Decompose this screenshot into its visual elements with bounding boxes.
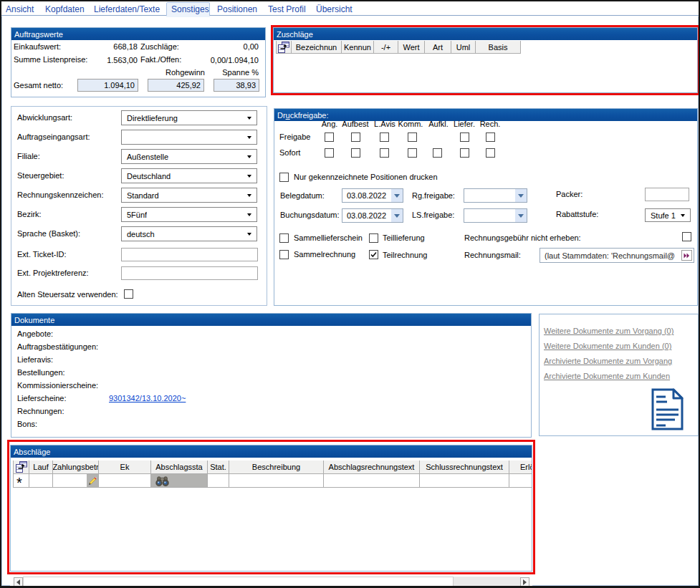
- rg-freigabe-dropdown-button[interactable]: [515, 189, 527, 202]
- rechnungsmail-expand-button[interactable]: [681, 250, 692, 261]
- abschlaege-col-zahlungsbetrag[interactable]: Zahlungsbetr: [53, 461, 99, 474]
- abschlaege-col-abschlagsrechnungstext[interactable]: Abschlagsrechnungstext: [324, 461, 420, 474]
- abschlaege-col-ek[interactable]: Ek: [99, 461, 151, 474]
- scroll-right-button[interactable]: [520, 577, 529, 587]
- abschlaege-cell-zahlungsbetrag[interactable]: [53, 474, 99, 488]
- dokumente-panel: Dokumente Angebote: Auftragsbestätigunge…: [11, 313, 532, 438]
- freigabe-liefer-checkbox[interactable]: [460, 132, 469, 142]
- teillieferung-checkbox[interactable]: [369, 233, 378, 243]
- abschlaege-col-abschlagsstatus[interactable]: Abschlagssta: [151, 461, 208, 474]
- archivierte-dokumente-vorgang-link[interactable]: Archivierte Dokumente zum Vorgang: [544, 357, 672, 365]
- abschlaege-col-stat[interactable]: Stat.: [208, 461, 229, 474]
- abschlaege-new-row-header[interactable]: *: [13, 474, 29, 488]
- packer-input[interactable]: [645, 188, 689, 201]
- edit-cell-button[interactable]: [87, 474, 98, 487]
- weitere-dokumente-vorgang-link[interactable]: Weitere Dokumente zum Vorgang (0): [544, 327, 673, 335]
- auftragseingangsart-combo[interactable]: [121, 130, 257, 145]
- freigabe-aufbest-checkbox[interactable]: [351, 132, 360, 142]
- rechnungsgebuehr-checkbox[interactable]: [682, 232, 691, 241]
- freigabe-lavis-checkbox[interactable]: [380, 132, 389, 142]
- zuschlaege-col-minusplus[interactable]: -/+: [374, 41, 398, 54]
- abschlaege-cell-abschlagsstatus[interactable]: [151, 474, 208, 488]
- zuschlaege-col-bezeichnung[interactable]: Bezeichnun: [292, 41, 342, 54]
- zuschlaege-panel-header: Zuschläge: [274, 28, 697, 40]
- gesamt-netto-value: 1.094,10: [104, 81, 135, 90]
- freigabe-komm-checkbox[interactable]: [408, 132, 417, 142]
- sammellieferschein-checkbox[interactable]: [279, 233, 289, 243]
- rechnungsmail-label: Rechnungsmail:: [464, 251, 521, 259]
- zuschlaege-col-basis[interactable]: Basis: [476, 41, 521, 54]
- lieferschein-link[interactable]: 9301342/13.10.2020~: [109, 394, 186, 403]
- belegdatum-combo[interactable]: 03.08.2022: [342, 188, 403, 203]
- filiale-combo[interactable]: Außenstelle: [121, 149, 257, 164]
- sofort-ang-checkbox[interactable]: [325, 148, 334, 158]
- buchungsdatum-combo[interactable]: 03.08.2022: [342, 208, 403, 223]
- tab-bar: Ansicht Kopfdaten Lieferdaten/Texte Sons…: [1, 1, 699, 16]
- tab-sonstiges[interactable]: Sonstiges: [171, 4, 209, 15]
- bezirk-combo[interactable]: 5Fünf: [121, 207, 257, 222]
- zuschlaege-col-wert[interactable]: Wert: [398, 41, 425, 54]
- sofort-aufbest-checkbox[interactable]: [351, 148, 360, 158]
- archivierte-dokumente-kunden-link[interactable]: Archivierte Dokumente zum Kunden: [544, 372, 670, 380]
- zuschlaege-col-uml[interactable]: Uml: [451, 41, 476, 54]
- sofort-row-label: Sofort: [279, 148, 300, 157]
- abwicklungsart-combo[interactable]: Direktlieferung: [121, 110, 257, 125]
- tab-test-profil[interactable]: Test Profil: [268, 4, 306, 15]
- zuschlaege-col-kennung[interactable]: Kennun: [342, 41, 374, 54]
- sofort-rech-checkbox[interactable]: [486, 148, 495, 158]
- scrollbar-track[interactable]: [454, 577, 520, 587]
- rg-freigabe-combo[interactable]: [464, 188, 527, 203]
- steuergebiet-combo[interactable]: Deutschland: [121, 168, 257, 183]
- ext-ticket-id-input[interactable]: [121, 248, 258, 261]
- belegdatum-dropdown-button[interactable]: [391, 189, 403, 202]
- abschlaege-grid-corner-cell[interactable]: [13, 461, 29, 474]
- abschlaege-col-beschreibung[interactable]: Beschreibung: [229, 461, 324, 474]
- tab-lieferdaten-texte[interactable]: Lieferdaten/Texte: [94, 4, 160, 15]
- auftragswerte-header: Auftragswerte: [11, 28, 265, 40]
- abschlaege-col-schlussrechnungstext[interactable]: Schlussrechnungstext: [420, 461, 509, 474]
- teilrechnung-checkbox[interactable]: [369, 250, 378, 259]
- abschlaege-cell-stat[interactable]: [208, 474, 229, 488]
- abschlaege-cell-erloes[interactable]: [509, 474, 532, 488]
- abschlaege-cell-beschreibung[interactable]: [229, 474, 324, 488]
- abschlaege-col-erloes[interactable]: Erlös: [509, 461, 532, 474]
- teillieferung-label: Teillieferung: [383, 233, 425, 242]
- tab-positionen[interactable]: Positionen: [217, 4, 257, 15]
- rabattstufe-combo[interactable]: Stufe 1: [645, 208, 691, 222]
- tab-uebersicht[interactable]: Übersicht: [316, 4, 353, 15]
- rechnungsmail-field[interactable]: (laut Stammdaten: 'Rechnungsmail@: [540, 248, 694, 263]
- sprache-basket-combo[interactable]: deutsch: [121, 226, 257, 241]
- buchungsdatum-dropdown-button[interactable]: [391, 209, 403, 222]
- fakt-offen-value: 0,00/1.094,10: [194, 56, 259, 64]
- zuschlaege-grid-corner-cell[interactable]: [276, 41, 292, 54]
- sofort-aufkl-checkbox[interactable]: [433, 148, 442, 158]
- tab-kopfdaten[interactable]: Kopfdaten: [45, 4, 85, 15]
- sofort-lavis-checkbox[interactable]: [380, 148, 389, 158]
- teilrechnung-label: Teilrechnung: [383, 251, 427, 259]
- angebote-label: Angebote:: [17, 329, 53, 338]
- ls-freigabe-combo[interactable]: [464, 208, 527, 223]
- tab-ansicht[interactable]: Ansicht: [6, 4, 34, 15]
- freigabe-rech-checkbox[interactable]: [486, 132, 495, 142]
- sofort-komm-checkbox[interactable]: [408, 148, 417, 158]
- abschlaege-cell-abschlagsrechnungstext[interactable]: [324, 474, 420, 488]
- abschlaege-col-lauf[interactable]: Lauf: [29, 461, 53, 474]
- sofort-liefer-checkbox[interactable]: [460, 148, 469, 158]
- abschlaege-cell-lauf[interactable]: [29, 474, 53, 488]
- ls-freigabe-dropdown-button[interactable]: [515, 209, 527, 222]
- rechnungskennzeichen-combo[interactable]: Standard: [121, 188, 257, 203]
- scrollbar-thumb[interactable]: [23, 577, 454, 587]
- nur-gekennzeichnete-label: Nur gekennzeichnete Positionen drucken: [294, 173, 438, 181]
- sammelrechnung-checkbox[interactable]: [279, 250, 289, 259]
- nur-gekennzeichnete-checkbox[interactable]: [279, 173, 289, 182]
- scroll-left-button[interactable]: [14, 577, 23, 587]
- alten-steuersatz-checkbox[interactable]: [124, 289, 133, 299]
- auftragseingangsart-label: Auftragseingangsart:: [17, 132, 90, 141]
- ext-projektreferenz-input[interactable]: [121, 266, 258, 280]
- freigabe-ang-checkbox[interactable]: [325, 132, 334, 142]
- zuschlaege-col-art[interactable]: Art: [425, 41, 451, 54]
- abschlaege-cell-ek[interactable]: [99, 474, 151, 488]
- abschlaege-cell-schlussrechnungstext[interactable]: [420, 474, 509, 488]
- weitere-dokumente-kunden-link[interactable]: Weitere Dokumente zum Kunden (0): [544, 342, 671, 350]
- horizontal-scrollbar[interactable]: [10, 577, 532, 587]
